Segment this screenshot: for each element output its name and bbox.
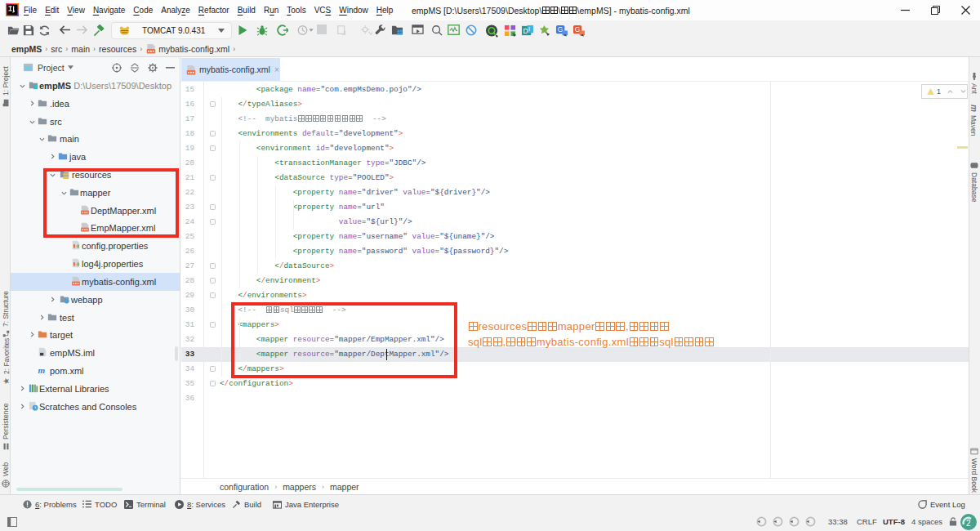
svg-text:G: G <box>575 25 581 33</box>
svg-text:m: m <box>38 365 45 375</box>
svg-text:D: D <box>523 27 528 35</box>
svg-text:I: I <box>528 25 530 33</box>
svg-text:2: 2 <box>966 519 971 528</box>
svg-text:G: G <box>558 25 564 33</box>
